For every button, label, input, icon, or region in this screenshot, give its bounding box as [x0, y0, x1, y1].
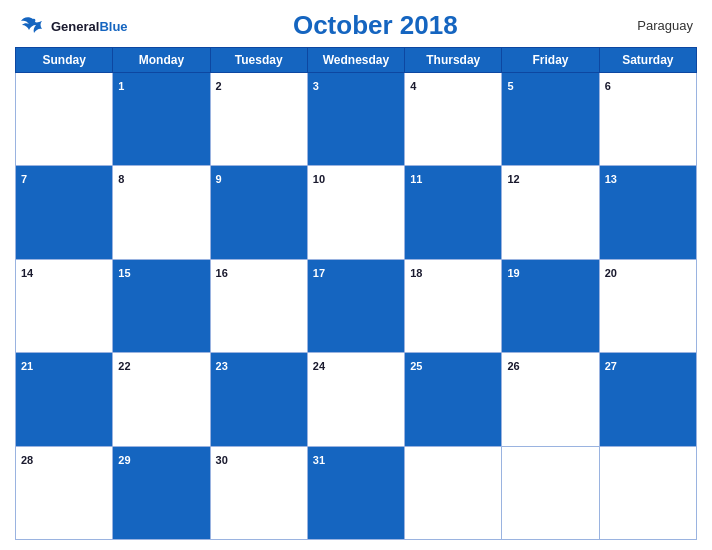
- day-number: 8: [118, 173, 124, 185]
- day-number: 20: [605, 267, 617, 279]
- weekday-header-wednesday: Wednesday: [307, 48, 404, 73]
- calendar-cell: 11: [405, 166, 502, 259]
- calendar-cell: 8: [113, 166, 210, 259]
- day-number: 13: [605, 173, 617, 185]
- calendar-cell: 30: [210, 446, 307, 539]
- weekday-header-friday: Friday: [502, 48, 599, 73]
- calendar-cell: 9: [210, 166, 307, 259]
- calendar-cell: 19: [502, 259, 599, 352]
- day-number: 4: [410, 80, 416, 92]
- day-number: 26: [507, 360, 519, 372]
- day-number: 30: [216, 454, 228, 466]
- calendar-cell: 14: [16, 259, 113, 352]
- calendar-cell: [502, 446, 599, 539]
- calendar-cell: 21: [16, 353, 113, 446]
- day-number: 7: [21, 173, 27, 185]
- calendar-cell: 2: [210, 73, 307, 166]
- logo: GeneralBlue: [19, 15, 128, 37]
- calendar-cell: 24: [307, 353, 404, 446]
- day-number: 1: [118, 80, 124, 92]
- calendar-cell: 20: [599, 259, 696, 352]
- calendar-cell: 22: [113, 353, 210, 446]
- calendar-cell: 18: [405, 259, 502, 352]
- day-number: 12: [507, 173, 519, 185]
- day-number: 23: [216, 360, 228, 372]
- calendar-cell: 31: [307, 446, 404, 539]
- weekday-header-row: SundayMondayTuesdayWednesdayThursdayFrid…: [16, 48, 697, 73]
- calendar-cell: [16, 73, 113, 166]
- day-number: 25: [410, 360, 422, 372]
- weekday-header-sunday: Sunday: [16, 48, 113, 73]
- day-number: 27: [605, 360, 617, 372]
- calendar-cell: 6: [599, 73, 696, 166]
- calendar-cell: 25: [405, 353, 502, 446]
- calendar-week-row: 21222324252627: [16, 353, 697, 446]
- day-number: 22: [118, 360, 130, 372]
- calendar-cell: 1: [113, 73, 210, 166]
- day-number: 15: [118, 267, 130, 279]
- day-number: 16: [216, 267, 228, 279]
- country-label: Paraguay: [623, 18, 693, 33]
- day-number: 14: [21, 267, 33, 279]
- weekday-header-tuesday: Tuesday: [210, 48, 307, 73]
- calendar-cell: 13: [599, 166, 696, 259]
- month-title: October 2018: [128, 10, 623, 41]
- calendar-cell: 15: [113, 259, 210, 352]
- day-number: 31: [313, 454, 325, 466]
- day-number: 5: [507, 80, 513, 92]
- calendar-cell: [405, 446, 502, 539]
- weekday-header-saturday: Saturday: [599, 48, 696, 73]
- calendar-cell: 16: [210, 259, 307, 352]
- day-number: 6: [605, 80, 611, 92]
- day-number: 2: [216, 80, 222, 92]
- day-number: 11: [410, 173, 422, 185]
- day-number: 10: [313, 173, 325, 185]
- calendar-cell: 17: [307, 259, 404, 352]
- weekday-header-thursday: Thursday: [405, 48, 502, 73]
- day-number: 18: [410, 267, 422, 279]
- calendar-week-row: 14151617181920: [16, 259, 697, 352]
- day-number: 21: [21, 360, 33, 372]
- calendar-cell: 27: [599, 353, 696, 446]
- day-number: 24: [313, 360, 325, 372]
- day-number: 17: [313, 267, 325, 279]
- calendar-cell: 12: [502, 166, 599, 259]
- calendar-cell: 4: [405, 73, 502, 166]
- calendar-week-row: 78910111213: [16, 166, 697, 259]
- calendar-cell: 5: [502, 73, 599, 166]
- day-number: 29: [118, 454, 130, 466]
- calendar-cell: 26: [502, 353, 599, 446]
- weekday-header-monday: Monday: [113, 48, 210, 73]
- calendar-cell: [599, 446, 696, 539]
- calendar-week-row: 123456: [16, 73, 697, 166]
- day-number: 9: [216, 173, 222, 185]
- logo-general-text: GeneralBlue: [51, 17, 128, 35]
- calendar-cell: 29: [113, 446, 210, 539]
- calendar-cell: 23: [210, 353, 307, 446]
- calendar-cell: 10: [307, 166, 404, 259]
- calendar-cell: 28: [16, 446, 113, 539]
- day-number: 28: [21, 454, 33, 466]
- day-number: 3: [313, 80, 319, 92]
- calendar-header: GeneralBlue October 2018 Paraguay: [15, 10, 697, 41]
- calendar-week-row: 28293031: [16, 446, 697, 539]
- calendar-cell: 3: [307, 73, 404, 166]
- logo-bird-icon: [19, 15, 47, 37]
- calendar-cell: 7: [16, 166, 113, 259]
- calendar-table: SundayMondayTuesdayWednesdayThursdayFrid…: [15, 47, 697, 540]
- day-number: 19: [507, 267, 519, 279]
